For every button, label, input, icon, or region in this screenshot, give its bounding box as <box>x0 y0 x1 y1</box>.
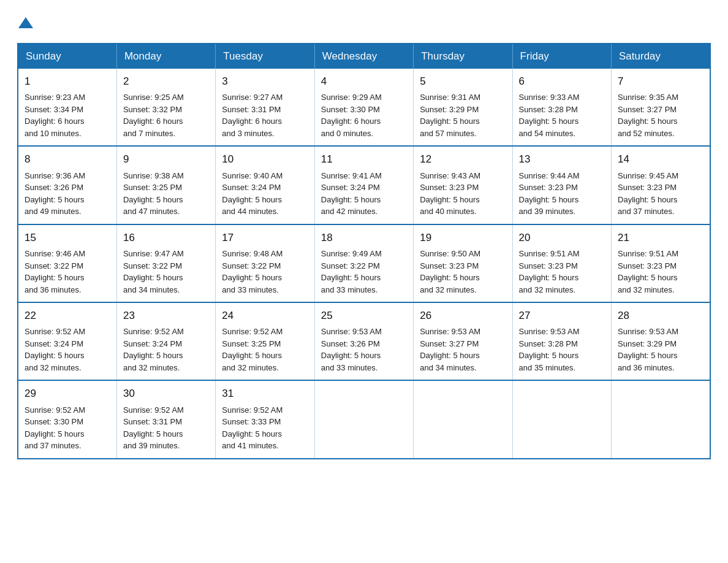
day-number: 28 <box>618 308 703 324</box>
calendar-cell: 8Sunrise: 9:36 AMSunset: 3:26 PMDaylight… <box>18 146 116 224</box>
calendar-cell: 30Sunrise: 9:52 AMSunset: 3:31 PMDayligh… <box>116 380 215 458</box>
calendar-body: 1Sunrise: 9:23 AMSunset: 3:34 PMDaylight… <box>18 69 710 459</box>
day-number: 9 <box>123 151 209 167</box>
col-header-tuesday: Tuesday <box>216 44 314 69</box>
day-number: 7 <box>618 74 703 90</box>
calendar-cell: 10Sunrise: 9:40 AMSunset: 3:24 PMDayligh… <box>216 146 314 224</box>
day-info: Sunrise: 9:27 AMSunset: 3:31 PMDaylight:… <box>222 91 308 139</box>
day-number: 3 <box>222 74 308 90</box>
calendar-cell: 23Sunrise: 9:52 AMSunset: 3:24 PMDayligh… <box>116 302 215 380</box>
day-info: Sunrise: 9:53 AMSunset: 3:29 PMDaylight:… <box>618 326 703 373</box>
calendar-cell: 2Sunrise: 9:25 AMSunset: 3:32 PMDaylight… <box>116 69 215 146</box>
day-info: Sunrise: 9:29 AMSunset: 3:30 PMDaylight:… <box>321 91 407 139</box>
day-number: 16 <box>123 230 209 246</box>
calendar-cell: 15Sunrise: 9:46 AMSunset: 3:22 PMDayligh… <box>18 224 116 302</box>
day-info: Sunrise: 9:25 AMSunset: 3:32 PMDaylight:… <box>123 91 209 139</box>
calendar-cell: 26Sunrise: 9:53 AMSunset: 3:27 PMDayligh… <box>414 302 512 380</box>
calendar-cell: 7Sunrise: 9:35 AMSunset: 3:27 PMDaylight… <box>612 69 710 146</box>
day-number: 14 <box>618 151 703 167</box>
calendar-week-row: 8Sunrise: 9:36 AMSunset: 3:26 PMDaylight… <box>18 146 710 224</box>
calendar-cell: 19Sunrise: 9:50 AMSunset: 3:23 PMDayligh… <box>414 224 512 302</box>
day-info: Sunrise: 9:52 AMSunset: 3:24 PMDaylight:… <box>25 326 110 373</box>
day-number: 10 <box>222 151 308 167</box>
day-number: 29 <box>25 386 110 402</box>
day-number: 27 <box>519 308 605 324</box>
day-number: 13 <box>519 151 605 167</box>
day-number: 15 <box>25 230 110 246</box>
calendar-week-row: 15Sunrise: 9:46 AMSunset: 3:22 PMDayligh… <box>18 224 710 302</box>
day-info: Sunrise: 9:36 AMSunset: 3:26 PMDaylight:… <box>25 170 110 218</box>
day-info: Sunrise: 9:43 AMSunset: 3:23 PMDaylight:… <box>420 170 506 218</box>
day-number: 17 <box>222 230 308 246</box>
calendar-cell: 13Sunrise: 9:44 AMSunset: 3:23 PMDayligh… <box>512 146 611 224</box>
col-header-saturday: Saturday <box>612 44 710 69</box>
day-info: Sunrise: 9:44 AMSunset: 3:23 PMDaylight:… <box>519 170 605 218</box>
day-info: Sunrise: 9:41 AMSunset: 3:24 PMDaylight:… <box>321 170 407 218</box>
logo-triangle-icon <box>17 15 34 32</box>
calendar-cell <box>612 380 710 458</box>
calendar-cell <box>512 380 611 458</box>
day-number: 19 <box>420 230 506 246</box>
calendar-cell: 4Sunrise: 9:29 AMSunset: 3:30 PMDaylight… <box>314 69 413 146</box>
calendar-cell <box>414 380 512 458</box>
header <box>17 15 711 32</box>
svg-marker-0 <box>18 17 33 28</box>
day-number: 4 <box>321 74 407 90</box>
day-info: Sunrise: 9:46 AMSunset: 3:22 PMDaylight:… <box>25 248 110 296</box>
day-number: 21 <box>618 230 703 246</box>
calendar-cell: 6Sunrise: 9:33 AMSunset: 3:28 PMDaylight… <box>512 69 611 146</box>
day-number: 6 <box>519 74 605 90</box>
calendar-cell: 25Sunrise: 9:53 AMSunset: 3:26 PMDayligh… <box>314 302 413 380</box>
day-number: 22 <box>25 308 110 324</box>
calendar-cell: 14Sunrise: 9:45 AMSunset: 3:23 PMDayligh… <box>612 146 710 224</box>
day-info: Sunrise: 9:51 AMSunset: 3:23 PMDaylight:… <box>519 248 605 296</box>
day-number: 30 <box>123 386 209 402</box>
logo <box>17 15 34 32</box>
day-info: Sunrise: 9:49 AMSunset: 3:22 PMDaylight:… <box>321 248 407 296</box>
day-info: Sunrise: 9:31 AMSunset: 3:29 PMDaylight:… <box>420 91 506 139</box>
calendar-cell: 22Sunrise: 9:52 AMSunset: 3:24 PMDayligh… <box>18 302 116 380</box>
day-number: 1 <box>25 74 110 90</box>
day-info: Sunrise: 9:45 AMSunset: 3:23 PMDaylight:… <box>618 170 703 218</box>
calendar-cell: 16Sunrise: 9:47 AMSunset: 3:22 PMDayligh… <box>116 224 215 302</box>
calendar-week-row: 22Sunrise: 9:52 AMSunset: 3:24 PMDayligh… <box>18 302 710 380</box>
day-number: 18 <box>321 230 407 246</box>
logo-top-line <box>17 15 34 32</box>
col-header-wednesday: Wednesday <box>314 44 413 69</box>
day-number: 26 <box>420 308 506 324</box>
day-number: 25 <box>321 308 407 324</box>
calendar-cell: 3Sunrise: 9:27 AMSunset: 3:31 PMDaylight… <box>216 69 314 146</box>
day-info: Sunrise: 9:52 AMSunset: 3:30 PMDaylight:… <box>25 404 110 452</box>
day-number: 31 <box>222 386 308 402</box>
day-number: 8 <box>25 151 110 167</box>
calendar-cell: 24Sunrise: 9:52 AMSunset: 3:25 PMDayligh… <box>216 302 314 380</box>
col-header-thursday: Thursday <box>414 44 512 69</box>
calendar-cell: 12Sunrise: 9:43 AMSunset: 3:23 PMDayligh… <box>414 146 512 224</box>
calendar-cell: 29Sunrise: 9:52 AMSunset: 3:30 PMDayligh… <box>18 380 116 458</box>
calendar-cell: 17Sunrise: 9:48 AMSunset: 3:22 PMDayligh… <box>216 224 314 302</box>
col-header-friday: Friday <box>512 44 611 69</box>
day-info: Sunrise: 9:51 AMSunset: 3:23 PMDaylight:… <box>618 248 703 296</box>
calendar-cell: 18Sunrise: 9:49 AMSunset: 3:22 PMDayligh… <box>314 224 413 302</box>
day-info: Sunrise: 9:23 AMSunset: 3:34 PMDaylight:… <box>25 91 110 139</box>
calendar-header-row: SundayMondayTuesdayWednesdayThursdayFrid… <box>18 44 710 69</box>
day-info: Sunrise: 9:48 AMSunset: 3:22 PMDaylight:… <box>222 248 308 296</box>
calendar-cell: 27Sunrise: 9:53 AMSunset: 3:28 PMDayligh… <box>512 302 611 380</box>
day-info: Sunrise: 9:53 AMSunset: 3:28 PMDaylight:… <box>519 326 605 373</box>
day-number: 24 <box>222 308 308 324</box>
day-number: 11 <box>321 151 407 167</box>
day-info: Sunrise: 9:50 AMSunset: 3:23 PMDaylight:… <box>420 248 506 296</box>
calendar-cell: 21Sunrise: 9:51 AMSunset: 3:23 PMDayligh… <box>612 224 710 302</box>
col-header-sunday: Sunday <box>18 44 116 69</box>
calendar-table: SundayMondayTuesdayWednesdayThursdayFrid… <box>17 43 711 459</box>
day-info: Sunrise: 9:52 AMSunset: 3:25 PMDaylight:… <box>222 326 308 373</box>
calendar-week-row: 1Sunrise: 9:23 AMSunset: 3:34 PMDaylight… <box>18 69 710 146</box>
day-info: Sunrise: 9:53 AMSunset: 3:26 PMDaylight:… <box>321 326 407 373</box>
day-info: Sunrise: 9:35 AMSunset: 3:27 PMDaylight:… <box>618 91 703 139</box>
calendar-cell: 28Sunrise: 9:53 AMSunset: 3:29 PMDayligh… <box>612 302 710 380</box>
calendar-cell: 11Sunrise: 9:41 AMSunset: 3:24 PMDayligh… <box>314 146 413 224</box>
day-info: Sunrise: 9:52 AMSunset: 3:31 PMDaylight:… <box>123 404 209 452</box>
day-number: 23 <box>123 308 209 324</box>
day-number: 2 <box>123 74 209 90</box>
day-info: Sunrise: 9:53 AMSunset: 3:27 PMDaylight:… <box>420 326 506 373</box>
